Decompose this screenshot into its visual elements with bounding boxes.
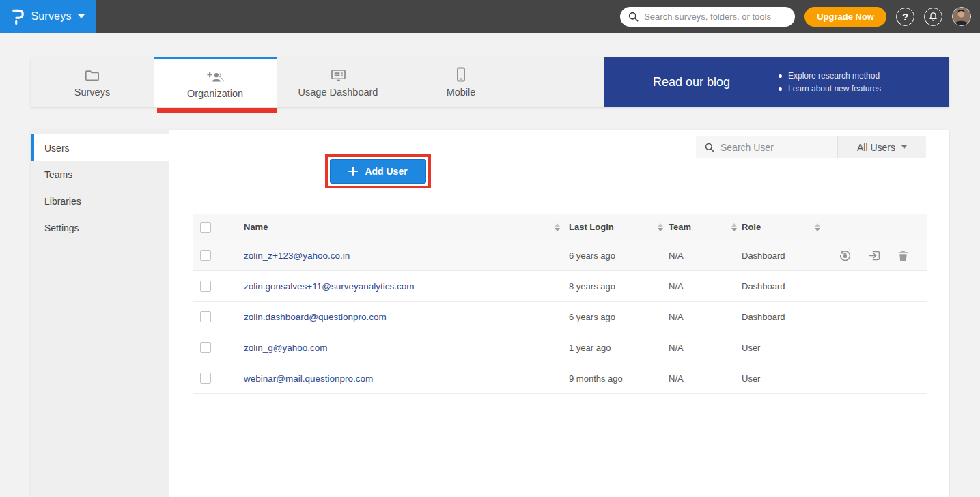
product-switcher[interactable]: Surveys <box>0 0 96 33</box>
search-icon <box>705 143 714 152</box>
user-email-link[interactable]: zolin.dashboard@questionpro.com <box>244 312 387 322</box>
add-user-button[interactable]: Add User <box>330 159 426 184</box>
module-tab-bar: Surveys Organization Usage Dashboard <box>31 57 949 107</box>
user-email-link[interactable]: webinar@mail.questionpro.com <box>244 373 373 384</box>
sort-icon[interactable] <box>555 223 560 231</box>
sidebar-item-users[interactable]: Users <box>31 134 169 161</box>
user-search-input[interactable] <box>720 142 828 153</box>
organization-panel: Users Teams Libraries Settings Add User <box>31 130 949 497</box>
table-body: zolin_z+123@yahoo.co.in 6 years ago N/A … <box>193 240 927 394</box>
column-header-team[interactable]: Team <box>669 222 691 232</box>
chevron-down-icon <box>78 14 85 18</box>
read-our-blog-banner[interactable]: Read our blog Explore research method Le… <box>604 57 949 107</box>
add-user-label: Add User <box>365 166 407 177</box>
sidebar-item-teams[interactable]: Teams <box>31 161 169 188</box>
top-bar: Surveys Upgrade Now ? <box>0 0 980 33</box>
row-checkbox[interactable] <box>200 250 211 261</box>
tab-usage-dashboard[interactable]: Usage Dashboard <box>277 57 400 107</box>
row-checkbox[interactable] <box>200 311 211 322</box>
user-search-group: All Users <box>696 136 926 158</box>
search-icon <box>628 12 639 22</box>
user-email-link[interactable]: zolin_z+123@yahoo.co.in <box>244 251 350 261</box>
column-header-last-login[interactable]: Last Login <box>569 222 614 232</box>
table-row: webinar@mail.questionpro.com 9 months ag… <box>193 363 927 394</box>
sidebar-item-settings[interactable]: Settings <box>31 214 169 241</box>
annotation-highlight-organization-tab <box>157 108 277 113</box>
role-cell: Dashboard <box>742 312 785 322</box>
team-cell: N/A <box>669 343 684 353</box>
last-login-cell: 1 year ago <box>569 343 611 353</box>
user-email-link[interactable]: zolin_g@yahoo.com <box>244 343 328 353</box>
sidebar-item-label: Users <box>44 143 70 154</box>
blog-banner-title: Read our blog <box>604 75 779 89</box>
last-login-cell: 6 years ago <box>569 251 615 261</box>
blog-banner-bullets: Explore research method Learn about new … <box>779 68 881 97</box>
blog-bullet: Explore research method <box>779 71 881 81</box>
table-row: zolin_z+123@yahoo.co.in 6 years ago N/A … <box>193 240 927 271</box>
questionpro-logo-icon <box>11 8 25 25</box>
column-header-name[interactable]: Name <box>244 222 268 232</box>
notifications-button[interactable] <box>924 8 942 26</box>
sidebar-item-label: Teams <box>44 169 72 180</box>
login-as-icon[interactable] <box>868 249 881 262</box>
users-content: Add User All Users <box>169 130 949 497</box>
organization-sidebar: Users Teams Libraries Settings <box>31 130 169 497</box>
tab-mobile[interactable]: Mobile <box>400 57 522 107</box>
upgrade-now-button[interactable]: Upgrade Now <box>804 7 886 27</box>
tab-label: Surveys <box>74 87 110 98</box>
question-mark-icon: ? <box>902 11 908 23</box>
user-filter-dropdown[interactable]: All Users <box>837 136 926 158</box>
global-search <box>620 7 795 27</box>
sort-icon[interactable] <box>731 223 737 231</box>
last-login-cell: 6 years ago <box>569 312 615 322</box>
team-cell: N/A <box>669 312 684 322</box>
table-row: zolin_g@yahoo.com 1 year ago N/A User <box>193 332 927 363</box>
global-search-input[interactable] <box>644 12 787 22</box>
delete-icon[interactable] <box>897 249 909 262</box>
sidebar-item-label: Settings <box>44 223 79 233</box>
reset-password-icon[interactable] <box>839 249 852 262</box>
tab-organization[interactable]: Organization <box>154 57 277 107</box>
mobile-icon <box>456 67 466 82</box>
plus-icon <box>348 167 358 176</box>
annotation-highlight-add-user: Add User <box>325 154 431 188</box>
dashboard-icon <box>331 67 346 82</box>
last-login-cell: 9 months ago <box>569 373 623 384</box>
row-checkbox[interactable] <box>200 373 211 384</box>
select-all-checkbox[interactable] <box>200 222 211 233</box>
tab-surveys[interactable]: Surveys <box>31 57 154 107</box>
row-checkbox[interactable] <box>200 342 211 353</box>
folder-icon <box>85 67 100 82</box>
product-name: Surveys <box>31 10 71 23</box>
team-cell: N/A <box>669 281 684 292</box>
row-checkbox[interactable] <box>200 281 211 292</box>
chevron-down-icon <box>901 145 907 149</box>
team-cell: N/A <box>669 251 684 261</box>
sort-icon[interactable] <box>815 223 820 231</box>
bell-icon <box>928 12 938 22</box>
sidebar-item-libraries[interactable]: Libraries <box>31 188 169 214</box>
user-avatar[interactable] <box>952 7 971 26</box>
help-button[interactable]: ? <box>896 8 914 26</box>
role-cell: User <box>742 343 760 353</box>
role-cell: Dashboard <box>742 251 785 261</box>
tab-label: Usage Dashboard <box>298 87 378 98</box>
table-row: zolin.gonsalves+11@surveyanalytics.com 8… <box>193 271 927 302</box>
user-filter-label: All Users <box>857 142 895 153</box>
role-cell: Dashboard <box>742 281 785 292</box>
tab-label: Mobile <box>447 87 476 98</box>
column-header-role[interactable]: Role <box>742 222 761 232</box>
role-cell: User <box>742 373 760 384</box>
sort-icon[interactable] <box>658 223 663 231</box>
user-search <box>696 136 837 158</box>
user-email-link[interactable]: zolin.gonsalves+11@surveyanalytics.com <box>244 281 414 292</box>
table-header-row: Name Last Login Team Role <box>193 214 927 240</box>
add-team-icon <box>206 68 224 83</box>
team-cell: N/A <box>669 373 684 384</box>
table-row: zolin.dashboard@questionpro.com 6 years … <box>193 302 927 332</box>
blog-bullet: Learn about new features <box>779 84 881 94</box>
last-login-cell: 8 years ago <box>569 281 615 292</box>
sidebar-item-label: Libraries <box>44 196 81 207</box>
users-table: Name Last Login Team Role zolin <box>193 214 927 394</box>
tab-label: Organization <box>187 88 243 99</box>
